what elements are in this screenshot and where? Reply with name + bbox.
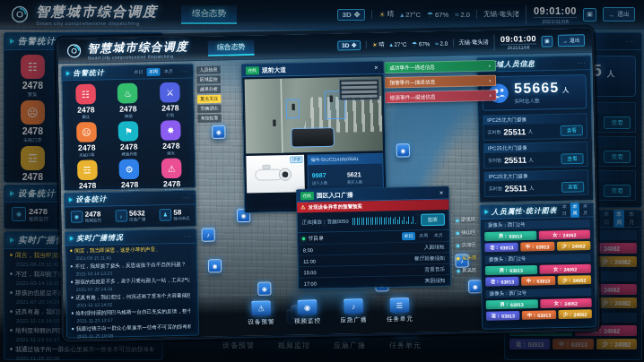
region-label-highlighted[interactable]: 鼋头渚 [457,252,476,265]
tab-month[interactable]: 本月 [580,203,589,218]
device-stat[interactable]: ♪5632应急广播 [115,210,145,222]
people-row: IPC25北大门摄像 实时数25511人查看 [484,169,589,197]
panel-menu-icon[interactable]: ··· [578,59,586,66]
camera-detail-button[interactable]: 详情 [290,156,302,163]
cctv-video-feed[interactable] [245,76,383,153]
panel-marker-icon [69,197,73,202]
online-badge: 在线 [300,192,314,200]
elder-chip[interactable]: 老：63913 [484,243,518,253]
tab-today[interactable]: 本日 [560,203,569,218]
alarm-card[interactable]: ✸2478烟火 [150,120,191,158]
female-chip[interactable]: 女：24062 [538,229,590,239]
fire-icon: ☲ [77,159,98,180]
alarm-card[interactable]: ⚔2478打闹 [150,82,191,119]
tab-week[interactable]: 本周 [417,232,431,240]
gathering-icon: ☷ [75,84,96,105]
logout-button[interactable]: →退出 [558,34,585,47]
truck-parking-icon: ⚙ [119,159,140,179]
poi-label[interactable]: 区域监控 [196,75,221,84]
panel-marker-icon [70,237,74,241]
tab-month[interactable]: 本月 [431,231,445,239]
male-chip[interactable]: 男：63913 [485,265,537,275]
toast-success[interactable]: 成功事件—描述信息› [384,60,496,73]
alarm-card[interactable]: ⚑2478摊贩外摆 [108,121,149,159]
panel-title: 告警统计 [73,67,128,78]
region-label[interactable]: 新吴区 [457,264,476,278]
panel-title: 人员属性·统计图表 [492,205,557,216]
close-icon[interactable]: × [373,64,380,71]
device-stat[interactable]: ♟58移动单兵 [160,209,190,221]
video-camera-icon: ◉ [71,211,83,223]
elder-chip[interactable]: 老：63913 [486,311,520,321]
program-list-title: 节目单 [308,233,398,242]
youth-chip[interactable]: 少：24062 [557,241,591,251]
elder-chip[interactable]: 老：63913 [485,277,519,287]
tab-week[interactable]: 本周 [570,203,579,218]
adult-chip[interactable]: 中：63913 [522,310,556,320]
fighting-icon: ⚔ [160,82,180,103]
panel-menu-icon[interactable]: ··· [184,233,192,240]
video-overlay-info [339,79,379,100]
view-button[interactable]: 查看 [561,153,584,164]
camera-marker[interactable]: ◉ [208,259,222,272]
app-title-block: 智慧城市综合调度 Smart city comprehensive dispat… [87,39,188,60]
toast-warning[interactable]: 预警事件—描述信息› [385,75,497,89]
alarm-card[interactable]: ♨2478抽烟 [108,82,149,120]
youth-chip[interactable]: 少：24062 [557,275,591,285]
camera-marker[interactable]: ◉ [257,282,271,296]
detected-car [291,127,335,148]
male-chip[interactable]: 男：63913 [486,299,538,309]
popup-title: 园区入口广播 [317,189,435,200]
toolbar-task-unit[interactable]: ☰任务单元 [386,297,413,323]
panel-menu-icon[interactable]: ··· [183,194,191,201]
speaker-marker[interactable]: ♪ [202,228,215,241]
poi-label[interactable]: 越界分析 [197,85,222,94]
toast-error[interactable]: 错误事件—描述信息› [385,90,497,103]
tab-overview[interactable]: 综合态势 [208,39,255,56]
adult-chip[interactable]: 中：63913 [521,276,555,286]
view-mode-toggle[interactable]: 3D✥ [337,40,361,50]
audio-waveform [352,216,418,225]
location-label: 无锡·鼋头渚 [458,39,488,47]
tab-month[interactable]: 本月 [161,67,175,75]
female-chip[interactable]: 女：24062 [539,264,591,274]
orbit-icon: ✥ [352,42,357,49]
device-stat[interactable]: ◉2478视频监控 [71,211,101,223]
adult-chip[interactable]: 中：63913 [520,242,554,252]
region-label[interactable]: 梁溪区 [456,213,475,227]
female-chip[interactable]: 女：24062 [540,298,592,308]
male-chip[interactable]: 男：63913 [484,231,536,241]
tab-week[interactable]: 本周 [146,67,160,75]
toolbar-emergency-broadcast[interactable]: ♪应急广播 [340,298,367,324]
view-button[interactable]: 查看 [561,182,584,193]
poi-label[interactable]: 人员信息 [196,65,221,74]
camera-marker[interactable]: ◉ [396,143,410,157]
youth-chip[interactable]: 少：24062 [558,309,592,319]
fullscreen-button[interactable]: ▣ [542,35,553,47]
toolbar-device-warning[interactable]: ⚠设备预警 [248,300,274,326]
panel-menu-icon[interactable]: ··· [180,67,188,74]
status-dot [302,237,305,239]
popup-title: 观前大道 [262,64,370,74]
region-dot [457,244,459,246]
alarm-card[interactable]: ☹2478未戴口罩 [65,122,107,159]
tab-today[interactable]: 本日 [402,232,415,240]
foreground-dashboard-window[interactable]: ◉ ◉ ◉ ◉ ◉ ◉ ◉ ◉ ◉ ◉ ♪ ♪ ♪ 人员信息 区域监控 越界分析… [56,26,600,341]
map-poi-list: 人员信息 区域监控 越界分析 重点关注 车辆进出 布控告警 [196,65,222,123]
camera-marker[interactable]: ◉ [212,125,225,139]
poi-label[interactable]: 布控告警 [197,114,222,123]
listen-button[interactable]: 监听 [421,213,445,226]
region-label[interactable]: 滨湖区 [457,239,476,253]
tab-today[interactable]: 本日 [132,68,145,76]
pedestrian [292,104,294,111]
wind-icon: ≈ [435,40,439,47]
poi-label[interactable]: 车辆进出 [197,105,222,114]
poi-label-highlighted[interactable]: 重点关注 [197,95,222,104]
alarm-card[interactable]: ☷2478聚集 [65,83,107,121]
close-icon[interactable]: × [438,189,445,196]
region-label[interactable]: 锡山区 [456,227,475,240]
view-button[interactable]: 查看 [561,125,583,136]
task-unit-icon: ☰ [390,297,410,313]
alarm-grid: ☷2478聚集 ♨2478抽烟 ⚔2478打闹 ☹2478未戴口罩 ⚑2478摊… [62,78,196,201]
toolbar-video-monitor[interactable]: ◉视频监控 [293,299,320,325]
